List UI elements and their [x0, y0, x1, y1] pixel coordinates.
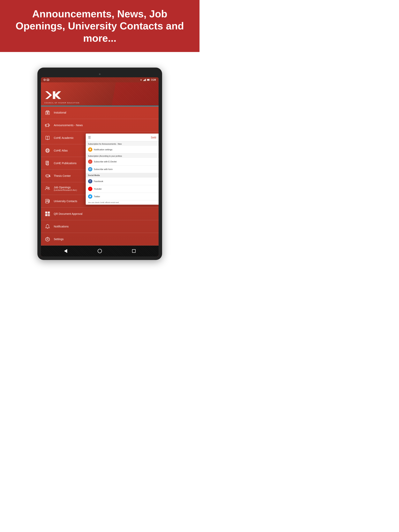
- status-icon-lock: [47, 79, 49, 81]
- overlay-twitter-label: Twitter: [94, 195, 100, 198]
- white-space: [0, 52, 200, 68]
- overlay-facebook[interactable]: f Facebook: [86, 177, 159, 185]
- svg-rect-9: [46, 111, 49, 112]
- contacts-icon: [45, 198, 51, 204]
- menu-item-settings[interactable]: Settings: [41, 233, 159, 246]
- menu-item-institutional[interactable]: Instutional: [41, 106, 159, 119]
- svg-point-26: [50, 176, 50, 177]
- svg-point-30: [46, 200, 48, 201]
- menu-label-cohe-publications: CoHE Publications: [54, 162, 77, 165]
- tablet-wrapper: 3:24 COUNCIL OF HIGHER EDUCAT: [0, 68, 200, 272]
- overlay-notification-settings[interactable]: Notification settings: [86, 146, 159, 153]
- menu-label-university-contacts: University Contacts: [54, 200, 77, 203]
- svg-rect-31: [49, 200, 50, 200]
- settings-icon: [45, 236, 51, 242]
- overlay-edevlet-label: Subscribe with E-Devlet: [94, 160, 117, 163]
- menu-label-thesis-center: Thesis Center: [54, 174, 71, 177]
- svg-point-27: [46, 187, 48, 188]
- svg-rect-39: [46, 215, 47, 215]
- svg-rect-11: [48, 113, 48, 114]
- graduation-icon: [45, 173, 51, 179]
- menu-label-job-openings: Job Openings: [54, 186, 77, 189]
- status-right: 3:24: [140, 78, 156, 81]
- home-button[interactable]: [97, 248, 103, 254]
- facebook-icon: f: [88, 179, 92, 184]
- back-button[interactable]: [63, 248, 68, 254]
- svg-rect-33: [49, 202, 50, 202]
- menu-label-cohe-academic: CoHE Academic: [54, 136, 74, 139]
- megaphone-icon: [45, 122, 51, 128]
- recent-button[interactable]: [131, 248, 137, 254]
- status-left: [44, 79, 49, 81]
- svg-rect-3: [146, 79, 146, 81]
- document-icon: [45, 160, 51, 166]
- logo-subtitle: COUNCIL OF HIGHER EDUCATION: [45, 102, 79, 104]
- menu-label-settings: Settings: [54, 238, 64, 241]
- notification-settings-icon: [88, 147, 92, 152]
- menu-item-qr-document[interactable]: QR Document Approval: [41, 208, 159, 220]
- menu-label-announcements: Announcements - News: [54, 124, 83, 127]
- svg-rect-12: [45, 124, 46, 126]
- people-icon: [45, 185, 51, 192]
- header-banner: Announcements, News, Job Openings, Unive…: [0, 0, 200, 52]
- qr-icon: [45, 211, 51, 217]
- overlay-panel: ☰ Setti Subscription for Announcements -…: [86, 133, 159, 205]
- overlay-subscribe-form[interactable]: Subscribe with form: [86, 165, 159, 173]
- overlay-hamburger-icon[interactable]: ☰: [88, 136, 91, 139]
- overlay-youtube[interactable]: Youtube: [86, 185, 159, 193]
- svg-rect-42: [48, 215, 49, 216]
- overlay-social-note: You can check CoHE official social med: [86, 200, 159, 205]
- menu-item-notifications[interactable]: Notifications: [41, 220, 159, 233]
- twitter-icon: [88, 194, 92, 199]
- header-title: Announcements, News, Job Openings, Unive…: [12, 8, 188, 44]
- wifi-icon: [140, 79, 142, 81]
- status-icon-circle: [44, 79, 45, 81]
- overlay-facebook-label: Facebook: [94, 180, 103, 183]
- menu-label-qr-document: QR Document Approval: [54, 212, 82, 215]
- tablet-screen: 3:24 COUNCIL OF HIGHER EDUCAT: [41, 77, 159, 256]
- building-icon: [45, 109, 51, 116]
- battery-icon: [147, 79, 150, 81]
- svg-rect-37: [48, 212, 49, 213]
- svg-rect-40: [48, 214, 49, 215]
- svg-rect-32: [49, 201, 50, 201]
- overlay-subscribe-edevlet[interactable]: e Subscribe with E-Devlet: [86, 158, 159, 165]
- menu-label-cohe-atlas: CoHE Atlas: [54, 149, 68, 152]
- svg-point-25: [46, 174, 49, 176]
- logo-area: COUNCIL OF HIGHER EDUCATION: [45, 89, 79, 104]
- logo-icon: [45, 89, 79, 101]
- svg-point-28: [48, 187, 49, 188]
- status-bar: 3:24: [41, 77, 159, 82]
- tablet-device: 3:24 COUNCIL OF HIGHER EDUCAT: [37, 68, 162, 260]
- tablet-camera: [99, 73, 101, 75]
- svg-rect-43: [49, 215, 50, 216]
- bell-icon: [45, 223, 51, 230]
- edevlet-icon: e: [88, 159, 92, 164]
- back-icon: [64, 249, 67, 253]
- book-icon: [45, 135, 51, 141]
- form-icon: [88, 167, 92, 171]
- svg-marker-51: [90, 189, 90, 189]
- svg-rect-5: [147, 79, 149, 80]
- status-time: 3:24: [151, 78, 156, 81]
- recent-icon: [132, 249, 135, 253]
- youtube-icon: [88, 187, 92, 191]
- menu-label-job-openings-sub: (Lecturer/Research Ast.): [54, 189, 77, 191]
- tablet-bottom-bar: [41, 246, 159, 256]
- tablet-top-bar: [41, 73, 159, 77]
- svg-marker-7: [53, 91, 61, 99]
- svg-rect-1: [144, 80, 145, 81]
- app-header: COUNCIL OF HIGHER EDUCATION: [41, 82, 159, 106]
- home-icon: [98, 249, 102, 253]
- overlay-profession-section: Subscription (According to your profess: [86, 153, 159, 158]
- overlay-form-label: Subscribe with form: [94, 168, 113, 170]
- overlay-notification-label: Notification settings: [94, 148, 112, 151]
- svg-rect-0: [143, 80, 144, 81]
- svg-rect-41: [49, 214, 50, 215]
- menu-content: Instutional Announcements - News: [41, 106, 159, 246]
- overlay-title: Setti: [151, 136, 156, 139]
- menu-item-announcements[interactable]: Announcements - News: [41, 119, 159, 132]
- overlay-social-media-section: Social Media: [86, 173, 159, 177]
- menu-label-notifications: Notifications: [54, 225, 69, 228]
- overlay-twitter[interactable]: Twitter: [86, 193, 159, 200]
